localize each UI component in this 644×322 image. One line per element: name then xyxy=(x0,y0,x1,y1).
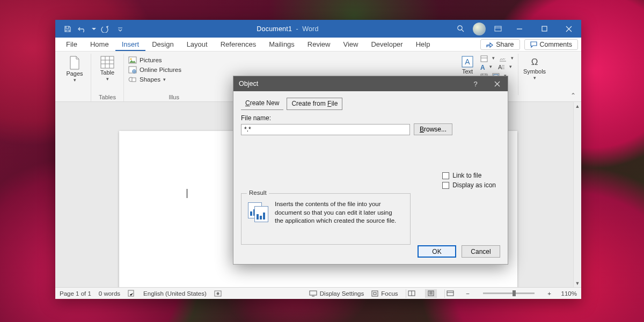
dialog-titlebar[interactable]: Object ? xyxy=(233,76,508,91)
tab-review[interactable]: Review xyxy=(301,38,337,51)
symbols-label: Symbols xyxy=(523,68,546,75)
drop-cap-icon[interactable]: A xyxy=(496,64,505,71)
close-button[interactable] xyxy=(557,21,581,37)
tab-references[interactable]: References xyxy=(214,38,262,51)
search-icon[interactable] xyxy=(448,21,473,37)
tab-file[interactable]: File xyxy=(60,38,84,51)
result-icon xyxy=(248,202,269,223)
online-pictures-button[interactable]: Online Pictures xyxy=(128,65,181,74)
status-page[interactable]: Page 1 of 1 xyxy=(60,290,91,297)
minimize-button[interactable] xyxy=(507,21,532,37)
share-label: Share xyxy=(496,41,514,48)
group-pages: Pages ▾ xyxy=(58,54,91,101)
tab-developer[interactable]: Developer xyxy=(364,38,409,51)
collapse-ribbon-icon[interactable]: ⌃ xyxy=(570,92,576,99)
zoom-in-button[interactable]: + xyxy=(545,290,554,297)
zoom-slider[interactable] xyxy=(483,292,535,294)
status-language[interactable]: English (United States) xyxy=(143,290,207,297)
display-as-icon-checkbox[interactable]: Display as icon xyxy=(442,181,496,189)
pages-label: Pages xyxy=(66,70,83,77)
vertical-scrollbar[interactable]: ▲ ▼ xyxy=(573,102,581,287)
qat-customize-icon[interactable] xyxy=(113,23,127,35)
tab-help[interactable]: Help xyxy=(409,38,437,51)
close-icon xyxy=(494,81,500,87)
comments-button[interactable]: Comments xyxy=(524,39,578,50)
illustrations-group-label: Illus xyxy=(169,93,181,101)
window-title: Document1 - Word xyxy=(127,25,448,33)
tab-design[interactable]: Design xyxy=(145,38,180,51)
display-settings-label: Display Settings xyxy=(320,290,364,297)
undo-dropdown-icon[interactable] xyxy=(91,23,97,35)
quick-parts-icon[interactable] xyxy=(480,55,488,62)
svg-rect-12 xyxy=(481,56,487,62)
result-text: Inserts the contents of the file into yo… xyxy=(275,200,398,225)
user-avatar[interactable] xyxy=(473,23,486,35)
pictures-icon xyxy=(128,56,137,64)
ribbon-display-options-icon[interactable] xyxy=(489,21,507,37)
save-icon[interactable] xyxy=(61,23,75,35)
status-focus[interactable]: Focus xyxy=(371,290,398,297)
tab-layout[interactable]: Layout xyxy=(180,38,214,51)
result-box: Result Inserts the contents of the file … xyxy=(241,193,411,245)
zoom-level[interactable]: 110% xyxy=(561,290,577,297)
link-to-file-checkbox[interactable]: Link to file xyxy=(442,172,496,179)
tab-create-new[interactable]: Create New xyxy=(241,98,283,110)
redo-icon[interactable] xyxy=(98,23,112,35)
dialog-close-button[interactable] xyxy=(486,76,508,91)
cancel-button[interactable]: Cancel xyxy=(462,245,500,258)
file-name-label: File name: xyxy=(241,114,500,122)
status-words[interactable]: 0 words xyxy=(99,290,120,297)
checkbox-icon xyxy=(442,172,449,179)
macro-recording-icon[interactable] xyxy=(214,290,222,297)
pictures-button[interactable]: Pictures xyxy=(128,56,181,64)
symbols-button[interactable]: Ω Symbols ▾ xyxy=(523,55,546,87)
tab-create-from-file[interactable]: Create from File xyxy=(287,98,342,110)
dialog-tabs: Create New Create from File xyxy=(241,98,500,110)
svg-rect-22 xyxy=(372,291,378,296)
group-illustrations: Pictures Online Pictures Shapes ▾ Illus xyxy=(124,54,186,101)
tab-insert[interactable]: Insert xyxy=(115,38,146,51)
print-layout-icon[interactable] xyxy=(425,289,437,298)
titlebar-right xyxy=(448,21,581,37)
tab-mailings[interactable]: Mailings xyxy=(262,38,301,51)
web-layout-icon[interactable] xyxy=(444,289,456,298)
dialog-help-button[interactable]: ? xyxy=(465,76,486,91)
file-name-input[interactable] xyxy=(241,124,410,135)
browse-button[interactable]: Browse... xyxy=(414,123,452,135)
svg-rect-23 xyxy=(374,292,376,295)
read-mode-icon[interactable] xyxy=(406,289,418,298)
table-label: Table xyxy=(100,69,114,76)
signature-line-icon[interactable] xyxy=(499,55,507,62)
online-pictures-label: Online Pictures xyxy=(140,67,181,73)
wordart-icon[interactable]: A xyxy=(480,64,485,71)
scroll-up-icon[interactable]: ▲ xyxy=(574,102,581,110)
group-tables: Table ▾ Tables xyxy=(91,54,124,101)
online-pictures-icon xyxy=(128,66,137,74)
maximize-button[interactable] xyxy=(532,21,557,37)
shapes-button[interactable]: Shapes ▾ xyxy=(128,75,181,84)
tab-home[interactable]: Home xyxy=(84,38,115,51)
pages-button[interactable]: Pages ▾ xyxy=(63,55,86,93)
status-bar: Page 1 of 1 0 words English (United Stat… xyxy=(55,287,581,299)
svg-rect-2 xyxy=(542,26,547,31)
word-window: Document1 - Word File Home xyxy=(55,20,581,299)
zoom-out-button[interactable]: − xyxy=(464,290,472,297)
svg-point-20 xyxy=(216,292,219,295)
status-display-settings[interactable]: Display Settings xyxy=(309,290,364,297)
app-name: Word xyxy=(302,25,318,33)
titlebar: Document1 - Word xyxy=(55,20,581,38)
group-symbols: Ω Symbols ▾ xyxy=(518,54,551,95)
omega-icon: Ω xyxy=(529,56,540,68)
ok-button[interactable]: OK xyxy=(418,245,456,258)
scroll-down-icon[interactable]: ▼ xyxy=(574,279,581,287)
tables-group-label: Tables xyxy=(99,93,116,101)
table-icon xyxy=(100,56,114,69)
undo-icon[interactable] xyxy=(76,23,90,35)
svg-point-0 xyxy=(457,26,462,30)
spelling-icon[interactable] xyxy=(128,290,136,297)
shapes-icon xyxy=(128,76,137,83)
table-button[interactable]: Table ▾ xyxy=(96,55,119,93)
tab-view[interactable]: View xyxy=(336,38,364,51)
share-button[interactable]: Share xyxy=(480,39,519,50)
dialog-title: Object xyxy=(239,80,258,87)
